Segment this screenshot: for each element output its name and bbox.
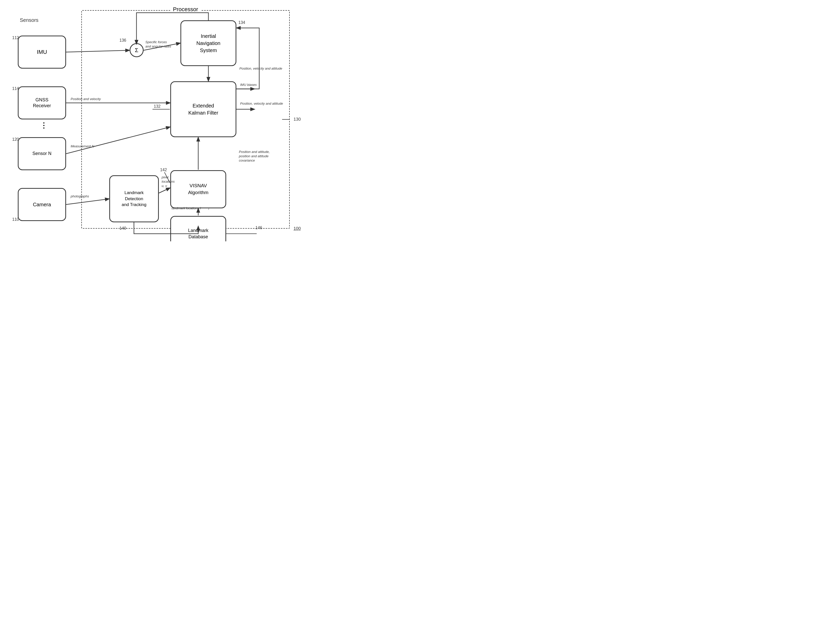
landmark-det-block: Landmark Detection and Tracking xyxy=(109,175,159,222)
ins-block: Inertial Navigation System xyxy=(181,20,236,66)
ref-110: 110 xyxy=(12,217,19,222)
imu-label: IMU xyxy=(37,49,47,56)
sensorn-label: Sensor N xyxy=(32,151,51,156)
label-position-attitude-cov: Position and attitude, position and atti… xyxy=(239,150,270,163)
ref-112: 112 xyxy=(12,35,19,40)
landmark-db-label: Landmark Database xyxy=(188,227,209,240)
sensors-label: Sensors xyxy=(20,17,38,23)
sigma-circle: Σ xyxy=(130,43,144,57)
ref-120: 120 xyxy=(12,137,19,142)
label-specific-forces: Specific forces and angular rates xyxy=(146,40,171,49)
sensorn-block: Sensor N xyxy=(18,137,66,170)
ref-100: 100 xyxy=(293,226,301,231)
ref-130: 130 xyxy=(293,117,301,122)
landmark-db-block: Landmark Database xyxy=(170,216,226,241)
ins-label: Inertial Navigation System xyxy=(196,32,221,54)
ref-146: 146 xyxy=(255,225,262,230)
label-pva-out: Position, velocity and attitude xyxy=(240,102,283,106)
gnss-label: GNSS Receiver xyxy=(33,97,51,109)
processor-label: Processor xyxy=(170,6,201,13)
camera-label: Camera xyxy=(33,201,51,208)
ekf-block: Extended Kalman Filter xyxy=(170,81,236,137)
gnss-block: GNSS Receiver xyxy=(18,86,66,120)
sigma-symbol: Σ xyxy=(135,47,138,54)
visnav-label: VISNAV Algorithm xyxy=(188,182,209,196)
label-landmark-i: i xyxy=(209,207,209,211)
camera-block: Camera xyxy=(18,188,66,221)
ekf-label: Extended Kalman Filter xyxy=(188,102,218,117)
label-position-velocity: Position and velocity xyxy=(71,97,101,101)
label-pixel-locations: pixel locations u, v xyxy=(162,175,175,188)
ref-142: 142 xyxy=(160,168,167,172)
label-imu-biases: IMU biases xyxy=(240,83,257,87)
imu-block: IMU xyxy=(18,35,66,69)
landmark-det-label: Landmark Detection and Tracking xyxy=(122,190,146,208)
label-measurement-n: Measurement N xyxy=(71,144,94,149)
ref-136: 136 xyxy=(120,38,126,43)
sensor-dots: ⋮ xyxy=(40,122,47,129)
ref-132: 132 xyxy=(154,104,161,109)
ref-140: 140 xyxy=(120,226,126,231)
ref-134: 134 xyxy=(238,20,245,25)
visnav-block: VISNAV Algorithm xyxy=(170,170,226,208)
ref-114: 114 xyxy=(12,86,19,91)
diagram-container: Processor 130 100 Sensors IMU 112 GNSS R… xyxy=(3,3,302,239)
label-pva-ins: Position, velocity and attitude xyxy=(239,67,282,71)
label-photographs: photographs xyxy=(71,194,89,199)
label-landmark-locations: landmark locations l xyxy=(172,206,201,211)
